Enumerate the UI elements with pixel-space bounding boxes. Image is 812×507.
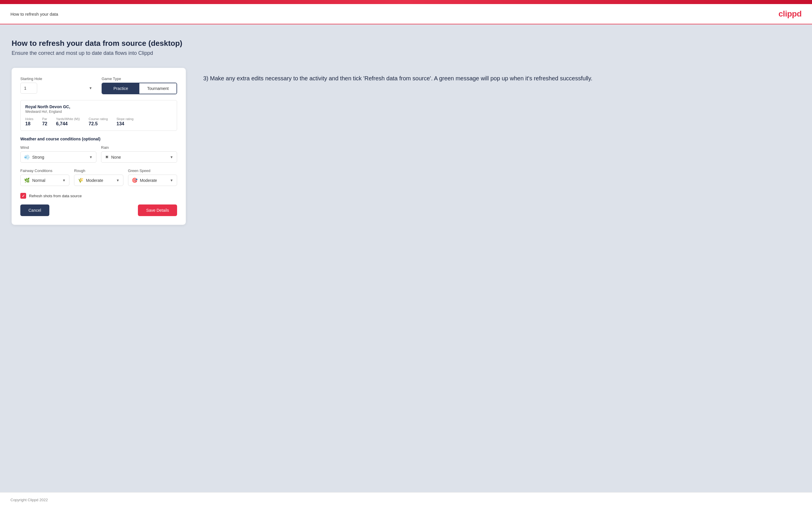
fairway-value: Normal [32,178,62,183]
rough-group: Rough 🌾 Moderate ▼ [74,169,123,186]
green-speed-chevron-icon: ▼ [170,178,173,182]
rain-icon: ☀ [105,154,109,160]
rough-icon: 🌾 [78,177,84,183]
refresh-checkbox-label: Refresh shots from data source [29,194,82,198]
form-panel: Starting Hole 1 ▼ Game Type Practice Tou… [12,68,186,225]
wind-select[interactable]: 💨 Strong ▼ [20,152,96,163]
starting-hole-select-wrapper[interactable]: 1 ▼ [20,83,96,94]
starting-hole-group: Starting Hole 1 ▼ [20,76,96,94]
course-rating-label: Course rating [89,117,108,121]
fairway-chevron-icon: ▼ [62,178,66,182]
refresh-checkbox-row: ✓ Refresh shots from data source [20,193,177,199]
refresh-checkbox[interactable]: ✓ [20,193,26,199]
main-content: How to refresh your data from source (de… [0,24,812,492]
practice-button[interactable]: Practice [102,83,139,94]
copyright-text: Copyright Clippd 2022 [10,498,48,502]
par-stat: Par 72 [42,117,47,126]
yards-stat: Yards/White (M)) 6,744 [56,117,80,126]
yards-value: 6,744 [56,121,80,126]
starting-hole-select[interactable]: 1 [20,83,37,94]
green-speed-label: Green Speed [128,169,177,173]
wind-group: Wind 💨 Strong ▼ [20,145,96,163]
slope-rating-label: Slope rating [116,117,134,121]
rain-chevron-icon: ▼ [170,155,173,159]
fairway-icon: 🌿 [24,177,30,183]
conditions-title: Weather and course conditions (optional) [20,136,177,141]
green-speed-select[interactable]: 🎯 Moderate ▼ [128,175,177,186]
fairway-rough-green-row: Fairway Conditions 🌿 Normal ▼ Rough 🌾 Mo… [20,169,177,186]
save-details-button[interactable]: Save Details [138,205,177,216]
rain-label: Rain [101,145,177,150]
game-type-label: Game Type [102,76,177,81]
green-speed-group: Green Speed 🎯 Moderate ▼ [128,169,177,186]
logo: clippd [779,9,802,18]
rain-group: Rain ☀ None ▼ [101,145,177,163]
side-description-area: 3) Make any extra edits necessary to the… [203,68,800,83]
rough-select[interactable]: 🌾 Moderate ▼ [74,175,123,186]
slope-rating-value: 134 [116,121,134,126]
rain-value: None [111,155,170,160]
course-rating-stat: Course rating 72.5 [89,117,108,126]
holes-stat: Holes 18 [25,117,33,126]
fairway-label: Fairway Conditions [20,169,69,173]
rough-chevron-icon: ▼ [116,178,119,182]
page-title: How to refresh your data from source (de… [12,39,800,48]
course-stats: Holes 18 Par 72 Yards/White (M)) 6,744 C… [25,117,172,126]
course-info-box: Royal North Devon GC, Westward Ho!, Engl… [20,100,177,131]
wind-label: Wind [20,145,96,150]
wind-icon: 💨 [24,154,30,160]
holes-label: Holes [25,117,33,121]
course-name: Royal North Devon GC, [25,104,172,109]
rain-select[interactable]: ☀ None ▼ [101,152,177,163]
row-starting-hole-game-type: Starting Hole 1 ▼ Game Type Practice Tou… [20,76,177,94]
holes-value: 18 [25,121,33,126]
top-gradient-bar [0,0,812,4]
rough-label: Rough [74,169,123,173]
game-type-group: Game Type Practice Tournament [102,76,177,94]
green-speed-icon: 🎯 [132,177,138,183]
par-label: Par [42,117,47,121]
green-speed-value: Moderate [140,178,170,183]
course-location: Westward Ho!, England [25,110,172,114]
header: How to refresh your data clippd [0,4,812,24]
tournament-button[interactable]: Tournament [139,83,176,94]
content-area: Starting Hole 1 ▼ Game Type Practice Tou… [12,68,800,225]
wind-chevron-icon: ▼ [89,155,93,159]
starting-hole-chevron-icon: ▼ [89,86,92,90]
wind-rain-row: Wind 💨 Strong ▼ Rain ☀ None ▼ [20,145,177,163]
checkmark-icon: ✓ [22,194,25,198]
footer: Copyright Clippd 2022 [0,492,812,507]
starting-hole-label: Starting Hole [20,76,96,81]
yards-label: Yards/White (M)) [56,117,80,121]
par-value: 72 [42,121,47,126]
course-rating-value: 72.5 [89,121,108,126]
fairway-select[interactable]: 🌿 Normal ▼ [20,175,69,186]
page-subtitle: Ensure the correct and most up to date d… [12,50,800,56]
cancel-button[interactable]: Cancel [20,205,49,216]
rough-value: Moderate [86,178,116,183]
slope-rating-stat: Slope rating 134 [116,117,134,126]
breadcrumb: How to refresh your data [10,12,58,16]
side-description-text: 3) Make any extra edits necessary to the… [203,74,800,83]
fairway-group: Fairway Conditions 🌿 Normal ▼ [20,169,69,186]
wind-value: Strong [32,155,89,160]
form-actions: Cancel Save Details [20,205,177,216]
game-type-toggle: Practice Tournament [102,83,177,94]
